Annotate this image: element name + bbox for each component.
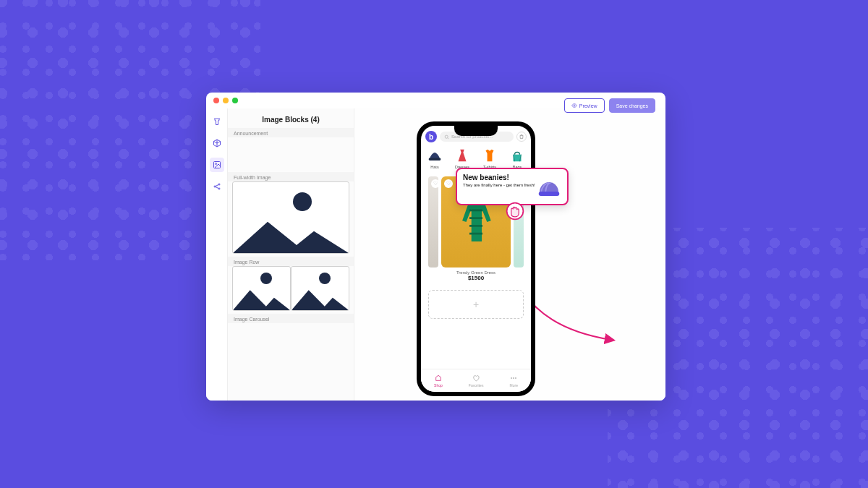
header-actions: Preview Save changes bbox=[564, 98, 655, 113]
tab-more[interactable]: More bbox=[510, 374, 518, 388]
icon-rail bbox=[206, 108, 228, 401]
svg-rect-12 bbox=[429, 158, 441, 160]
phone-notch bbox=[454, 126, 498, 136]
svg-point-16 bbox=[515, 377, 516, 378]
product-meta: Trendy Green Dress $1500 bbox=[421, 267, 531, 284]
section-label-imagerow: Image Row bbox=[228, 257, 354, 266]
beanie-icon bbox=[535, 174, 563, 201]
category-tshirts[interactable]: T-shirts bbox=[482, 147, 498, 169]
fullwidth-block-source[interactable] bbox=[228, 181, 354, 257]
tabbar: Shop Favorites More bbox=[421, 369, 531, 392]
phone-preview: b Search for products... Hats bbox=[417, 121, 535, 396]
prev-product-peek[interactable]: ♡ bbox=[428, 176, 438, 267]
svg-point-5 bbox=[218, 188, 220, 189]
svg-point-14 bbox=[511, 377, 512, 378]
tab-label: Favorites bbox=[469, 383, 484, 388]
svg-point-4 bbox=[218, 184, 220, 185]
maximize-icon[interactable] bbox=[232, 98, 238, 103]
svg-point-0 bbox=[574, 105, 575, 106]
cart-icon[interactable] bbox=[516, 132, 527, 142]
image-placeholder-icon bbox=[232, 181, 349, 254]
dragged-announcement-card[interactable]: New beanies! They are finally here - get… bbox=[456, 168, 569, 205]
svg-rect-9 bbox=[539, 192, 560, 196]
category-bags[interactable]: Bags bbox=[509, 147, 525, 169]
svg-point-11 bbox=[445, 135, 448, 138]
svg-marker-6 bbox=[233, 222, 349, 253]
section-label-carousel: Image Carousel bbox=[228, 314, 354, 323]
rail-image-icon[interactable] bbox=[210, 158, 224, 172]
tab-label: Shop bbox=[434, 383, 443, 388]
favorite-icon[interactable]: ♡ bbox=[444, 179, 453, 188]
tab-label: More bbox=[510, 383, 518, 388]
svg-marker-8 bbox=[292, 290, 349, 310]
app-logo-icon: b bbox=[425, 131, 437, 142]
blocks-panel: Image Blocks (4) Announcement Full-width… bbox=[228, 108, 354, 401]
rail-share-icon[interactable] bbox=[210, 179, 224, 194]
image-placeholder-icon bbox=[291, 266, 349, 311]
svg-point-3 bbox=[214, 186, 216, 187]
tab-favorites[interactable]: Favorites bbox=[469, 374, 484, 388]
tab-shop[interactable]: Shop bbox=[434, 374, 443, 388]
image-placeholder-icon bbox=[232, 266, 291, 311]
editor-window: Preview Save changes Image Blocks (4) An… bbox=[206, 93, 665, 401]
category-label: Hats bbox=[430, 165, 438, 169]
svg-point-15 bbox=[514, 377, 514, 378]
favorite-icon[interactable]: ♡ bbox=[431, 179, 440, 188]
category-hats[interactable]: Hats bbox=[427, 147, 443, 169]
section-label-announcement: Announcement bbox=[228, 128, 354, 137]
product-price: $1500 bbox=[421, 275, 531, 281]
plus-icon: + bbox=[473, 299, 479, 310]
announcement-block-source[interactable] bbox=[228, 137, 354, 172]
rail-package-icon[interactable] bbox=[210, 136, 224, 150]
svg-marker-7 bbox=[233, 290, 290, 310]
save-button[interactable]: Save changes bbox=[609, 98, 655, 113]
rail-apparel-icon[interactable] bbox=[210, 114, 224, 129]
blocks-panel-title: Image Blocks (4) bbox=[228, 108, 354, 128]
preview-button[interactable]: Preview bbox=[564, 98, 605, 113]
preview-button-label: Preview bbox=[579, 103, 597, 108]
svg-point-2 bbox=[215, 163, 216, 165]
minimize-icon[interactable] bbox=[223, 98, 229, 103]
imagerow-block-source[interactable] bbox=[228, 266, 354, 314]
category-dresses[interactable]: Dresses bbox=[454, 147, 470, 169]
save-button-label: Save changes bbox=[616, 103, 648, 108]
grab-cursor-icon bbox=[505, 201, 525, 221]
section-label-fullwidth: Full-width Image bbox=[228, 172, 354, 181]
close-icon[interactable] bbox=[213, 98, 219, 103]
dropzone[interactable]: + bbox=[428, 290, 524, 319]
